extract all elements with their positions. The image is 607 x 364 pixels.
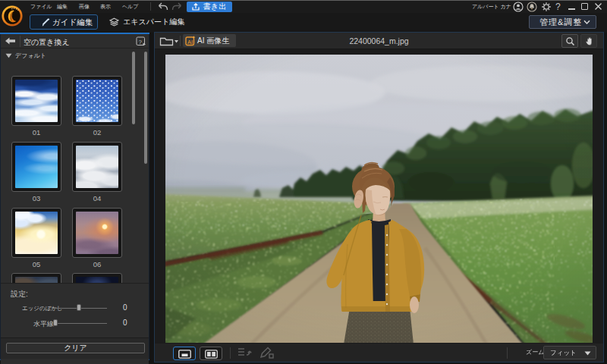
svg-text:?: ? xyxy=(139,39,143,46)
